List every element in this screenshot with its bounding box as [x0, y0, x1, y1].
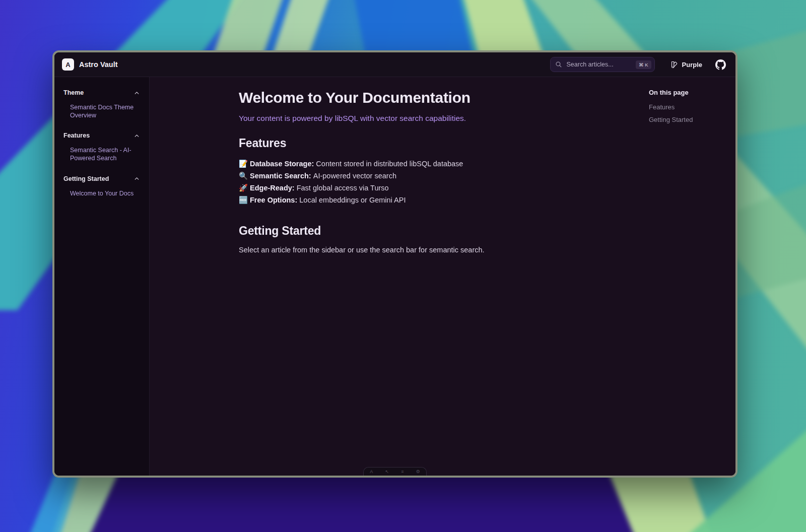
- app-logo[interactable]: A: [62, 58, 74, 71]
- page-title: Welcome to Your Documentation: [239, 89, 632, 106]
- astro-dev-toolbar[interactable]: A ↖ ≡ ⚙: [363, 467, 427, 476]
- getting-started-text: Select an article from the sidebar or us…: [239, 246, 632, 254]
- feature-item: 🆓Free Options: Local embeddings or Gemin…: [239, 194, 632, 206]
- main-content: Welcome to Your Documentation Your conte…: [150, 77, 649, 476]
- toc-link-getting-started[interactable]: Getting Started: [649, 116, 735, 123]
- feature-text: Content stored in distributed libSQL dat…: [316, 160, 463, 168]
- search-bar[interactable]: ⌘ K: [550, 57, 655, 72]
- getting-started-heading: Getting Started: [239, 224, 632, 238]
- sidebar-section-label: Theme: [63, 89, 84, 96]
- app-header: A Astro Vault ⌘ K Purple: [54, 52, 735, 77]
- swatch-icon: [670, 60, 679, 69]
- chevron-up-icon: [133, 132, 140, 139]
- app-title: Astro Vault: [79, 60, 118, 69]
- feature-label: Free Options:: [250, 196, 297, 204]
- features-heading: Features: [239, 137, 632, 150]
- sidebar-item-semantic-docs-theme-overview[interactable]: Semantic Docs Theme Overview: [63, 104, 140, 119]
- feature-text: Local embeddings or Gemini API: [299, 196, 406, 204]
- app-window: A Astro Vault ⌘ K Purple: [52, 50, 737, 478]
- feature-label: Semantic Search:: [250, 172, 311, 180]
- feature-label: Edge-Ready:: [250, 184, 295, 192]
- sidebar-section-theme[interactable]: Theme: [63, 89, 140, 96]
- search-shortcut-badge: ⌘ K: [636, 60, 651, 69]
- chevron-up-icon: [133, 90, 140, 96]
- feature-text: AI-powered vector search: [313, 172, 396, 180]
- on-this-page-title: On this page: [649, 89, 735, 96]
- toc-link-features[interactable]: Features: [649, 103, 735, 111]
- feature-label: Database Storage:: [250, 160, 314, 168]
- astro-logo-icon[interactable]: A: [370, 469, 373, 474]
- on-this-page-panel: On this page Features Getting Started: [649, 77, 735, 476]
- rocket-emoji-icon: 🚀: [239, 182, 250, 194]
- features-list: 📝Database Storage: Content stored in dis…: [239, 158, 632, 206]
- github-link[interactable]: [715, 59, 726, 70]
- sidebar-section-features[interactable]: Features: [63, 132, 140, 139]
- page-subtitle: Your content is powered by libSQL with v…: [239, 114, 632, 123]
- inspect-icon[interactable]: ↖: [385, 469, 389, 474]
- feature-item: 📝Database Storage: Content stored in dis…: [239, 158, 632, 170]
- magnifier-emoji-icon: 🔍: [239, 170, 250, 182]
- feature-item: 🔍Semantic Search: AI-powered vector sear…: [239, 170, 632, 182]
- github-icon: [715, 59, 726, 70]
- settings-gear-icon[interactable]: ⚙: [416, 469, 420, 474]
- theme-picker-label: Purple: [682, 61, 702, 69]
- theme-picker-button[interactable]: Purple: [667, 60, 705, 70]
- search-input[interactable]: [566, 60, 623, 69]
- free-emoji-icon: 🆓: [239, 194, 250, 206]
- sidebar-section-getting-started[interactable]: Getting Started: [63, 175, 140, 182]
- sidebar-nav: Theme Semantic Docs Theme Overview Featu…: [54, 77, 150, 476]
- feature-item: 🚀Edge-Ready: Fast global access via Turs…: [239, 182, 632, 194]
- sidebar-item-welcome-to-your-docs[interactable]: Welcome to Your Docs: [63, 190, 140, 198]
- sidebar-item-semantic-search[interactable]: Semantic Search - AI-Powered Search: [63, 147, 140, 162]
- menu-icon[interactable]: ≡: [401, 469, 404, 474]
- sidebar-section-label: Getting Started: [63, 175, 109, 182]
- feature-text: Fast global access via Turso: [297, 184, 389, 192]
- chevron-up-icon: [133, 175, 140, 182]
- search-icon: [555, 61, 562, 68]
- memo-emoji-icon: 📝: [239, 158, 250, 170]
- sidebar-section-label: Features: [63, 132, 90, 139]
